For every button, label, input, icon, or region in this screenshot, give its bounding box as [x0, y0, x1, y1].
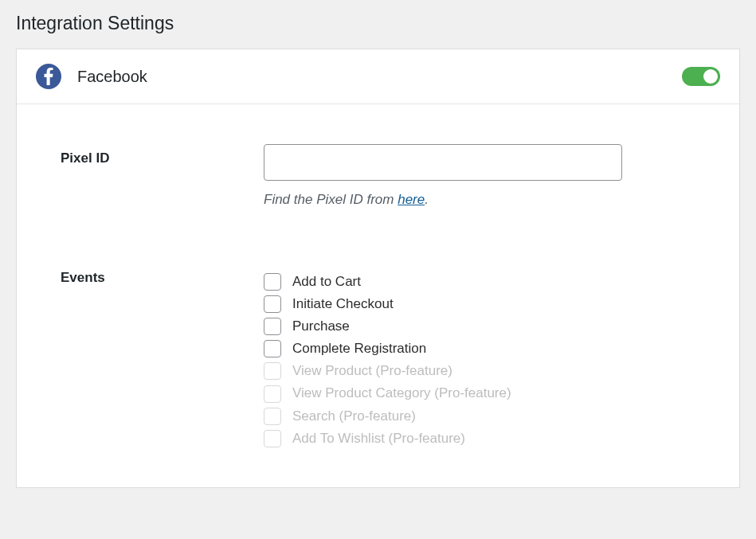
panel-body: Pixel ID Find the Pixel ID from here. Ev…: [17, 104, 739, 487]
events-row: Events Add to CartInitiate CheckoutPurch…: [61, 264, 707, 447]
helper-suffix: .: [425, 192, 429, 207]
event-checkbox[interactable]: [264, 273, 281, 291]
event-checkbox: [264, 385, 281, 403]
event-label: View Product Category (Pro-feature): [292, 385, 511, 402]
toggle-knob: [703, 69, 718, 84]
event-item: Purchase: [264, 318, 707, 335]
event-checkbox[interactable]: [264, 318, 281, 335]
panel-header: Facebook: [17, 49, 739, 104]
event-label: Add To Wishlist (Pro-feature): [292, 430, 465, 447]
pixel-id-row: Pixel ID Find the Pixel ID from here.: [61, 144, 707, 208]
event-label: Search (Pro-feature): [292, 408, 416, 425]
pixel-id-input[interactable]: [264, 144, 622, 181]
event-item: Initiate Checkout: [264, 295, 707, 313]
panel-title: Facebook: [77, 68, 682, 86]
event-item: Search (Pro-feature): [264, 408, 707, 425]
event-label: Complete Registration: [292, 340, 426, 357]
event-checkbox: [264, 408, 281, 425]
integration-panel: Facebook Pixel ID Find the Pixel ID from…: [16, 49, 740, 488]
event-item: Add To Wishlist (Pro-feature): [264, 430, 707, 447]
event-item: Add to Cart: [264, 273, 707, 291]
pixel-id-control: Find the Pixel ID from here.: [264, 144, 707, 208]
event-label: View Product (Pro-feature): [292, 362, 452, 380]
enable-toggle[interactable]: [682, 67, 720, 86]
event-label: Add to Cart: [292, 273, 361, 291]
page-title: Integration Settings: [0, 0, 756, 49]
event-item: View Product (Pro-feature): [264, 362, 707, 380]
pixel-id-label: Pixel ID: [61, 144, 264, 166]
events-label: Events: [61, 264, 264, 286]
events-list: Add to CartInitiate CheckoutPurchaseComp…: [264, 264, 707, 447]
pixel-id-helper: Find the Pixel ID from here.: [264, 192, 707, 208]
event-checkbox[interactable]: [264, 295, 281, 313]
event-checkbox[interactable]: [264, 340, 281, 357]
event-label: Initiate Checkout: [292, 295, 394, 313]
pixel-id-help-link[interactable]: here: [398, 192, 425, 207]
event-checkbox: [264, 430, 281, 447]
event-checkbox: [264, 362, 281, 380]
event-label: Purchase: [292, 318, 350, 335]
facebook-icon: [36, 64, 61, 89]
events-control: Add to CartInitiate CheckoutPurchaseComp…: [264, 264, 707, 447]
event-item: Complete Registration: [264, 340, 707, 357]
helper-prefix: Find the Pixel ID from: [264, 192, 398, 207]
event-item: View Product Category (Pro-feature): [264, 385, 707, 402]
